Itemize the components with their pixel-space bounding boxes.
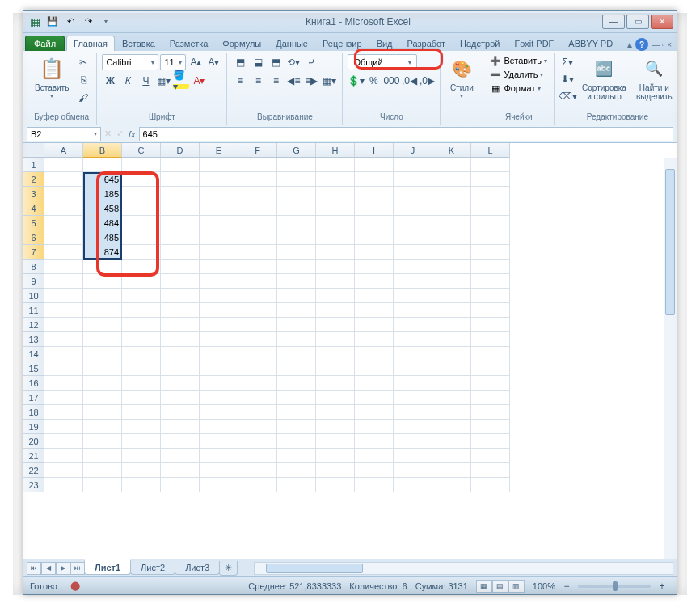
font-size-combo[interactable]: 11▾ [160,54,186,70]
cell[interactable] [161,318,200,332]
cell[interactable] [238,187,277,201]
cell[interactable] [432,318,471,332]
cell[interactable] [161,230,200,245]
cell[interactable] [200,216,238,230]
cell[interactable] [355,434,394,449]
tab-insert[interactable]: Вставка [115,36,162,51]
cell[interactable] [44,216,83,230]
cell[interactable] [432,158,471,172]
cell[interactable] [277,332,316,347]
cell[interactable] [471,361,510,376]
cell[interactable] [44,405,83,420]
cell[interactable] [316,260,355,274]
cell[interactable] [394,289,432,303]
cell[interactable] [122,478,161,492]
cell[interactable] [316,201,355,216]
cell[interactable] [200,478,238,492]
new-sheet-button[interactable]: ✳ [219,561,238,576]
cell[interactable] [238,449,277,463]
cell[interactable] [355,478,394,492]
cell[interactable] [277,230,316,245]
cell[interactable] [44,449,83,463]
cell[interactable] [44,303,83,318]
cell[interactable] [83,376,122,391]
cut-button[interactable]: ✂ [75,54,91,70]
row-header[interactable]: 17 [23,391,44,405]
cell[interactable] [394,158,432,172]
cell[interactable] [122,201,161,216]
cell[interactable] [277,376,316,391]
cell[interactable] [200,420,238,434]
cell[interactable] [355,274,394,289]
cell[interactable] [471,172,510,187]
sort-filter-button[interactable]: 🔤 Сортировка и фильтр [579,54,630,103]
cell[interactable] [277,201,316,216]
redo-button[interactable]: ↷ [80,14,96,30]
font-color-button[interactable]: A▾ [191,73,207,89]
cell[interactable] [316,216,355,230]
tab-developer[interactable]: Разработ [400,36,453,51]
cell[interactable] [161,216,200,230]
cell[interactable] [238,158,277,172]
cell[interactable] [44,332,83,347]
cell[interactable] [471,260,510,274]
cell[interactable] [122,216,161,230]
row-header[interactable]: 11 [23,303,44,318]
cell[interactable] [471,187,510,201]
cell[interactable] [83,449,122,463]
cell[interactable] [394,260,432,274]
row-header[interactable]: 3 [23,187,44,201]
cell[interactable] [432,347,471,361]
cell[interactable] [83,260,122,274]
font-name-combo[interactable]: Calibri▾ [102,54,158,70]
cell[interactable] [122,187,161,201]
cell[interactable] [432,172,471,187]
autosum-button[interactable]: Σ▾ [559,54,576,70]
tab-data[interactable]: Данные [268,36,315,51]
row-header[interactable]: 15 [23,361,44,376]
grow-font-button[interactable]: A▴ [188,54,204,70]
comma-button[interactable]: 000 [383,73,399,89]
cell[interactable] [471,289,510,303]
cells-area[interactable]: 645185458484485874 [44,158,510,492]
cell[interactable] [394,318,432,332]
cell[interactable] [200,187,238,201]
cell[interactable] [44,260,83,274]
cell[interactable] [432,289,471,303]
minimize-ribbon-button[interactable]: ▴ [627,39,632,50]
normal-view-button[interactable]: ▦ [476,580,492,593]
row-header[interactable]: 2 [23,172,44,187]
cell[interactable] [316,347,355,361]
cell[interactable]: 645 [83,172,122,187]
cell[interactable] [122,274,161,289]
cell[interactable] [200,361,238,376]
macro-record-icon[interactable]: ⬤ [70,581,80,591]
cell[interactable] [44,187,83,201]
increase-decimal-button[interactable]: ,0◀ [401,73,417,89]
cell[interactable] [471,216,510,230]
cell[interactable] [471,405,510,420]
cell[interactable] [355,201,394,216]
cell[interactable] [122,332,161,347]
cell[interactable] [238,361,277,376]
fill-button[interactable]: ⬇▾ [559,71,576,87]
sheet-tab-3[interactable]: Лист3 [175,561,220,575]
cell[interactable] [83,347,122,361]
cell[interactable] [238,332,277,347]
next-sheet-button[interactable]: ▶ [56,562,70,575]
row-header[interactable]: 9 [23,274,44,289]
cell[interactable] [277,303,316,318]
cell[interactable] [277,361,316,376]
cell[interactable] [161,201,200,216]
cell[interactable] [44,201,83,216]
cell[interactable] [122,260,161,274]
name-box[interactable]: B2▾ [27,127,101,141]
cell[interactable] [277,172,316,187]
tab-foxit[interactable]: Foxit PDF [507,36,561,51]
align-center-button[interactable]: ≡ [250,73,266,89]
number-format-combo[interactable]: Общий▾ [348,54,417,70]
cell[interactable] [238,303,277,318]
cell[interactable] [122,361,161,376]
cell[interactable] [238,230,277,245]
cell[interactable] [471,478,510,492]
